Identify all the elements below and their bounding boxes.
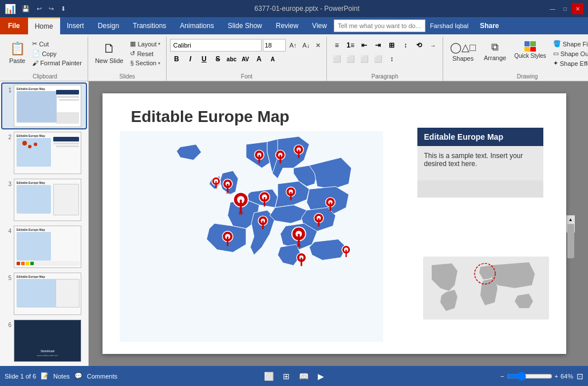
cut-button[interactable]: ✂ Cut bbox=[30, 39, 84, 49]
quick-access-save[interactable]: 💾 bbox=[21, 4, 31, 14]
share-button[interactable]: Share bbox=[473, 18, 506, 33]
close-button[interactable]: ✕ bbox=[572, 3, 583, 14]
tab-view[interactable]: View bbox=[305, 17, 334, 34]
copy-button[interactable]: 📄 Copy bbox=[30, 49, 84, 58]
shapes-button[interactable]: ◯△□ Shapes bbox=[447, 39, 479, 64]
zoom-in-button[interactable]: + bbox=[555, 373, 558, 380]
slide-thumb-3[interactable]: 3 Editable Europe Map bbox=[2, 178, 86, 222]
quick-access-redo[interactable]: ↪ bbox=[48, 4, 55, 14]
strikethrough-button[interactable]: S bbox=[211, 53, 224, 65]
indent-increase-button[interactable]: ⇥ bbox=[372, 39, 384, 52]
help-search-input[interactable] bbox=[334, 19, 425, 32]
numbering-button[interactable]: 1≡ bbox=[344, 39, 357, 52]
minimize-button[interactable]: — bbox=[547, 3, 558, 14]
fit-slide-button[interactable]: ⊡ bbox=[577, 372, 583, 381]
format-painter-icon: 🖌 bbox=[32, 60, 38, 66]
font-size-input[interactable] bbox=[263, 39, 286, 52]
slideshow-icon[interactable]: ▶ bbox=[318, 372, 324, 381]
comment-icon: 💬 bbox=[74, 372, 82, 380]
increase-font-button[interactable]: A↑ bbox=[287, 41, 299, 50]
normal-view-icon[interactable]: ⬜ bbox=[264, 372, 274, 381]
slide-thumb-6[interactable]: 6 SlideModel www.slidemodel.com bbox=[2, 318, 86, 363]
slide-thumb-4[interactable]: 4 Editable Europe Map bbox=[2, 224, 86, 269]
world-map-svg bbox=[423, 257, 549, 320]
slide-num-2: 2 bbox=[3, 134, 11, 140]
text-direction-button[interactable]: ↕ bbox=[399, 39, 412, 52]
shape-effects-button[interactable]: ✦ Shape Effects ~ bbox=[551, 58, 588, 68]
font-name-input[interactable] bbox=[170, 39, 262, 52]
slides-label: Slides bbox=[120, 73, 135, 81]
align-right-button[interactable]: ⬜ bbox=[358, 53, 370, 65]
indent-decrease-button[interactable]: ⇤ bbox=[358, 39, 370, 52]
cut-label: Cut bbox=[39, 41, 49, 48]
ribbon-group-font: A↑ A↓ ✕ B I U S abc AV A A Font bbox=[167, 37, 327, 81]
quick-styles-button[interactable]: Quick Styles bbox=[511, 39, 550, 61]
shape-fill-icon: 🪣 bbox=[553, 40, 561, 48]
shape-outline-button[interactable]: ▭ Shape Outline ~ bbox=[551, 49, 588, 58]
scroll-thumb[interactable] bbox=[567, 224, 574, 258]
italic-button[interactable]: I bbox=[184, 53, 196, 65]
arrange-button[interactable]: ⧉ Arrange bbox=[480, 39, 510, 64]
ribbon-content: 📋 Paste ✂ Cut 📄 Copy 🖌 Format Painter Cl… bbox=[0, 34, 588, 81]
reading-view-icon[interactable]: 📖 bbox=[299, 372, 309, 381]
slide-thumb-1[interactable]: 1 Editable Europe Map bbox=[2, 84, 86, 128]
tab-animations[interactable]: Animations bbox=[173, 17, 220, 34]
zoom-out-button[interactable]: − bbox=[500, 373, 504, 380]
text-highlight-button[interactable]: A bbox=[266, 53, 279, 65]
slide-area: Editable Europe Map bbox=[89, 81, 588, 366]
shape-outline-icon: ▭ bbox=[553, 50, 559, 57]
zoom-level: 64% bbox=[561, 373, 573, 380]
drawing-small: 🪣 Shape Fill ~ ▭ Shape Outline ~ ✦ Shape… bbox=[551, 39, 588, 68]
slide-num-4: 4 bbox=[3, 228, 11, 234]
font-row2: B I U S abc AV A A bbox=[170, 53, 279, 65]
format-painter-button[interactable]: 🖌 Format Painter bbox=[30, 58, 84, 68]
bullets-button[interactable]: ≡ bbox=[330, 39, 343, 52]
new-slide-button[interactable]: 🗋 New Slide bbox=[92, 39, 127, 66]
shape-fill-button[interactable]: 🪣 Shape Fill ~ bbox=[551, 39, 588, 49]
align-left-button[interactable]: ⬜ bbox=[330, 53, 343, 65]
paste-button[interactable]: 📋 Paste bbox=[6, 39, 29, 66]
format-painter-label: Format Painter bbox=[40, 60, 82, 66]
restore-button[interactable]: □ bbox=[559, 3, 571, 14]
svg-point-3 bbox=[238, 212, 242, 215]
comments-button[interactable]: Comments bbox=[87, 373, 117, 380]
char-spacing-button[interactable]: AV bbox=[239, 53, 251, 65]
clear-format-button[interactable]: ✕ bbox=[313, 41, 323, 50]
slide-thumb-2[interactable]: 2 Editable Europe Map bbox=[2, 131, 86, 175]
align-text-button[interactable]: ⟲ bbox=[413, 39, 425, 52]
quick-access-more[interactable]: ⬇ bbox=[60, 4, 67, 14]
tab-review[interactable]: Review bbox=[269, 17, 305, 34]
justify-button[interactable]: ⬜ bbox=[372, 53, 384, 65]
tab-insert[interactable]: Insert bbox=[60, 17, 91, 34]
tab-transitions[interactable]: Transitions bbox=[126, 17, 173, 34]
decrease-font-button[interactable]: A↓ bbox=[300, 41, 312, 50]
section-button[interactable]: § Section ▾ bbox=[128, 58, 163, 68]
layout-dropdown-arrow: ▾ bbox=[158, 41, 160, 46]
underline-button[interactable]: U bbox=[198, 53, 210, 65]
reset-button[interactable]: ↺ Reset bbox=[128, 49, 163, 58]
ribbon-group-paragraph: ≡ 1≡ ⇤ ⇥ ⊞ ↕ ⟲ → ⬜ ⬜ ⬜ ⬜ ↕ Paragraph bbox=[327, 37, 443, 81]
ribbon-group-drawing: ◯△□ Shapes ⧉ Arrange Quick Styles 🪣 bbox=[443, 37, 588, 81]
vertical-scrollbar[interactable]: ▲ ▼ bbox=[566, 215, 575, 233]
tab-slideshow[interactable]: Slide Show bbox=[221, 17, 269, 34]
quick-access-undo[interactable]: ↩ bbox=[35, 4, 43, 14]
font-color-button[interactable]: A bbox=[252, 53, 265, 65]
align-center-button[interactable]: ⬜ bbox=[344, 53, 357, 65]
shadow-button[interactable]: abc bbox=[225, 53, 238, 65]
layout-button[interactable]: ▦ Layout ▾ bbox=[128, 39, 163, 49]
scroll-up-button[interactable]: ▲ bbox=[567, 215, 575, 224]
font-row1: A↑ A↓ ✕ bbox=[170, 39, 323, 52]
tab-file[interactable]: File bbox=[0, 17, 28, 34]
notes-button[interactable]: Notes bbox=[53, 373, 70, 380]
convert-smartart-button[interactable]: → bbox=[427, 39, 439, 52]
tab-design[interactable]: Design bbox=[91, 17, 126, 34]
bold-button[interactable]: B bbox=[170, 53, 183, 65]
columns-button[interactable]: ⊞ bbox=[385, 39, 398, 52]
line-spacing-button[interactable]: ↕ bbox=[385, 53, 398, 65]
tab-home[interactable]: Home bbox=[28, 17, 60, 34]
slide-num-5: 5 bbox=[3, 275, 11, 281]
slide-thumb-5[interactable]: 5 Editable Europe Map bbox=[2, 271, 86, 316]
zoom-range-input[interactable] bbox=[507, 372, 553, 381]
arrange-label: Arrange bbox=[484, 54, 506, 61]
slide-sorter-icon[interactable]: ⊞ bbox=[283, 372, 290, 381]
